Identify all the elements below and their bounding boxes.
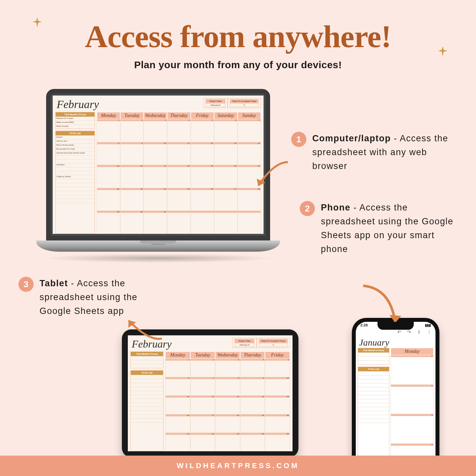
laptop-base: MacBook <box>36 240 280 252</box>
focus-header: This Month's Focus <box>56 112 95 117</box>
today-date-value: February 8 <box>235 343 254 347</box>
todo-item <box>358 387 389 391</box>
day-header: Friday <box>265 351 290 359</box>
day-header: Tuesday <box>190 351 215 359</box>
todo-item <box>131 395 163 399</box>
todo-item <box>358 391 389 395</box>
today-date-value: February 8 <box>206 103 225 107</box>
laptop-planner: February Today's Date February 8 Tasks T… <box>53 96 264 234</box>
todo-item <box>56 203 95 207</box>
todo-item <box>131 403 163 406</box>
todo-item <box>131 422 163 426</box>
todo-item <box>358 415 389 419</box>
callout-number: 3 <box>18 277 34 292</box>
callout-computer: 1 Computer/laptop - Access the spreadshe… <box>291 132 454 173</box>
today-date-header: Today's Date <box>206 99 225 103</box>
todo-item <box>131 410 163 414</box>
todo-item: Buy present for Cody <box>56 147 95 151</box>
share-icon[interactable]: ⇧ <box>417 329 421 335</box>
todo-item <box>56 183 95 187</box>
todo-item <box>56 179 95 183</box>
tablet-mockup: February Today's Date February 8 Tasks T… <box>122 329 298 457</box>
callout-text: Computer/laptop - Access the spreadsheet… <box>312 132 454 173</box>
tasks-today-value: 0 <box>230 103 259 107</box>
todo-panel: To Do List <box>130 370 163 451</box>
focus-item <box>131 364 163 368</box>
callout-number: 2 <box>300 201 315 216</box>
day-header: Wednesday <box>144 112 167 119</box>
focus-panel: This Month's Focus Workout 3x a week Mak… <box>55 112 95 129</box>
calendar-grid: Monday Tuesday Wednesday Thursday Friday… <box>165 351 290 451</box>
footer-url: WILDHEARTPRESS.COM <box>0 456 476 476</box>
tablet-planner: February Today's Date February 8 Tasks T… <box>128 335 293 451</box>
status-icons: ▮▮▮ <box>425 323 431 327</box>
todo-item <box>56 187 95 191</box>
day-header: Thursday <box>240 351 265 359</box>
headline: Access from anywhere! <box>0 18 476 55</box>
todo-item <box>56 199 95 203</box>
date-tasks-box: Today's Date February 8 Tasks To Complet… <box>232 338 290 348</box>
todo-item <box>358 375 389 379</box>
todo-item <box>358 383 389 387</box>
day-header: Friday <box>191 112 214 119</box>
todo-item <box>358 371 389 375</box>
todo-item <box>358 419 389 423</box>
focus-header: This Month's Focus <box>131 352 163 356</box>
todo-item <box>56 195 95 199</box>
month-title: January <box>358 337 434 348</box>
focus-item <box>131 360 163 364</box>
phone-notch <box>378 322 414 330</box>
focus-item <box>358 352 389 356</box>
focus-item <box>358 356 389 360</box>
day-header: Monday <box>165 351 190 359</box>
focus-panel: This Month's Focus <box>358 348 389 365</box>
todo-item <box>56 191 95 195</box>
callout-number: 1 <box>291 132 306 147</box>
day-header: Saturday <box>214 112 238 119</box>
day-header: Sunday <box>238 112 261 119</box>
phone-planner: January This Month's Focus To Do List <box>356 336 435 476</box>
todo-item <box>358 399 389 403</box>
todo-item <box>358 411 389 415</box>
todo-item <box>56 167 95 171</box>
todo-item <box>131 391 163 395</box>
arrow-icon <box>119 303 164 349</box>
subheadline: Plan your month from any of your devices… <box>0 59 476 70</box>
focus-item <box>131 356 163 360</box>
todo-panel: To Do List Dentist Call tax acct Return … <box>55 131 95 234</box>
todo-item <box>131 414 163 418</box>
todo-item: Call Mom <box>56 163 95 167</box>
todo-item <box>358 379 389 383</box>
todo-item <box>358 395 389 399</box>
todo-item <box>131 399 163 403</box>
callout-text: Phone - Access the spreadsheet using the… <box>321 201 462 256</box>
date-tasks-box: Today's Date February 8 Tasks To Complet… <box>203 98 261 108</box>
focus-panel: This Month's Focus <box>130 351 163 368</box>
month-title: February <box>55 98 99 111</box>
todo-item <box>131 387 163 391</box>
todo-item <box>358 407 389 411</box>
focus-item: Read 3 books <box>56 125 95 128</box>
arrow-icon <box>250 158 290 198</box>
todo-item <box>131 383 163 387</box>
overflow-icon[interactable]: ⋮ <box>427 329 432 335</box>
todo-item <box>131 379 163 383</box>
day-header: Wednesday <box>215 351 240 359</box>
todo-item <box>56 171 95 175</box>
focus-item: Workout 3x a week <box>56 117 95 121</box>
todo-item <box>56 159 95 163</box>
laptop-mockup: February Today's Date February 8 Tasks T… <box>36 89 280 263</box>
day-header: Thursday <box>167 112 190 119</box>
redo-icon[interactable]: ↷ <box>407 329 411 335</box>
focus-item <box>358 360 389 364</box>
todo-item <box>131 418 163 422</box>
todo-item: Call dad and book internet repair <box>56 151 95 155</box>
todo-item <box>131 406 163 410</box>
day-header: Tuesday <box>120 112 144 119</box>
tasks-today-value: 0 <box>259 343 288 347</box>
laptop-shadow <box>43 254 273 263</box>
day-header: Monday <box>391 348 434 355</box>
todo-item <box>131 375 163 379</box>
focus-item: Make an extra $500 <box>56 121 95 125</box>
todo-header: To Do List <box>56 131 95 135</box>
